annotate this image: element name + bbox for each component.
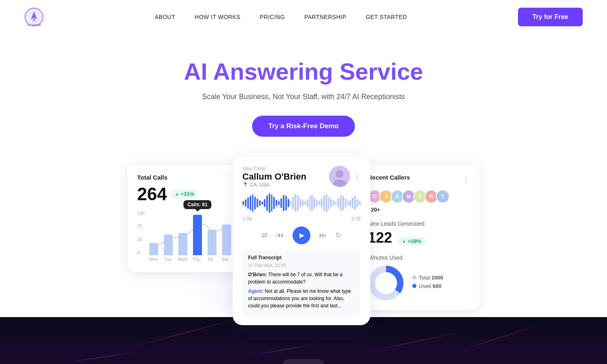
- wave-bar-3: [250, 196, 251, 210]
- wave-bar-23: [297, 195, 299, 211]
- wave-bar-38: [333, 200, 334, 206]
- repeat-button[interactable]: ↻: [335, 231, 342, 240]
- wave-bar-0: [242, 201, 244, 205]
- chart-tooltip: Calls: 81: [183, 200, 211, 209]
- benefits-wrap: Benefits: [282, 359, 325, 364]
- navbar: AI ANSWER ABOUT HOW IT WORKS PRICING PAR…: [0, 0, 607, 34]
- bar-tue[interactable]: [164, 235, 173, 255]
- wave-bar-35: [326, 194, 327, 212]
- minutes-label: Minutes Used: [368, 254, 470, 261]
- logo-icon: AI ANSWER: [24, 7, 44, 27]
- wave-bar-36: [328, 197, 330, 210]
- hero-title: AI Answering Service: [8, 58, 599, 85]
- legend-total: Total 1000: [412, 275, 443, 281]
- transcript-line-agent: Agent: Not at all. Please let me know wh…: [248, 288, 355, 309]
- total-calls-number: 264: [137, 184, 167, 204]
- caller-name: Callum O'Brien: [242, 171, 306, 182]
- recent-header: Recent Callers ⋮: [368, 174, 470, 184]
- wave-bar-31: [316, 200, 318, 206]
- hero-section: AI Answering Service Scale Your Business…: [0, 34, 607, 157]
- nav-links: ABOUT HOW IT WORKS PRICING PARTNERSHIP G…: [44, 14, 518, 20]
- wave-bar-25: [302, 200, 304, 206]
- wave-bar-44: [347, 201, 349, 205]
- share-button[interactable]: ⇄: [261, 231, 267, 240]
- wave-bar-49: [359, 201, 361, 205]
- wave-bar-4: [252, 194, 254, 212]
- try-for-free-button[interactable]: Try for Free: [518, 8, 583, 26]
- play-button[interactable]: [293, 226, 310, 244]
- wave-bar-5: [254, 197, 256, 210]
- donut-row: Total 1000 Used 600: [368, 265, 470, 301]
- prev-button[interactable]: ⏮: [276, 231, 284, 239]
- pin-icon: 📍: [242, 182, 248, 188]
- wave-bar-11: [269, 193, 270, 213]
- transcript-box: Full Transcript 12 Feb Wed, 22:00 O'Brie…: [242, 250, 361, 316]
- wave-bar-10: [266, 195, 268, 211]
- callers-count: 20+: [371, 207, 380, 213]
- leads-badge: +39%: [398, 237, 426, 245]
- bar-thu[interactable]: Calls: 81: [193, 215, 202, 255]
- wave-bar-39: [335, 201, 337, 205]
- wave-bar-2: [247, 197, 249, 209]
- wave-bar-30: [314, 197, 315, 209]
- wave-bar-34: [323, 195, 325, 211]
- wave-bar-48: [357, 199, 358, 207]
- waveform: [242, 193, 361, 213]
- donut-legend: Total 1000 Used 600: [412, 275, 443, 292]
- bar-mon[interactable]: [149, 243, 158, 255]
- wave-bar-22: [295, 194, 296, 212]
- nav-how-it-works[interactable]: HOW IT WORKS: [195, 14, 240, 20]
- hero-subtitle: Scale Your Business, Not Your Staff, wit…: [8, 93, 599, 101]
- total-calls-title: Total Calls: [137, 174, 243, 181]
- wave-bar-16: [280, 198, 282, 208]
- wave-bar-32: [318, 201, 320, 205]
- wave-bar-15: [278, 201, 280, 205]
- legend-total-dot: [412, 275, 416, 279]
- caller-card: New Caller Callum O'Brien 📍 CA, USA ⋮: [233, 157, 370, 325]
- logo: AI ANSWER: [24, 7, 44, 27]
- svg-point-5: [335, 170, 344, 178]
- bar-sat[interactable]: [222, 224, 231, 255]
- wave-bar-29: [311, 195, 313, 211]
- wave-bar-12: [271, 195, 273, 212]
- wave-bar-14: [276, 200, 277, 206]
- dashboard-cards: Total Calls ⋮ 264 +31% 0 25 75 100: [0, 157, 607, 325]
- transcript-date: 12 Feb Wed, 22:00: [248, 263, 355, 268]
- wave-bar-21: [292, 197, 294, 209]
- wave-bar-40: [337, 198, 339, 208]
- nav-get-started[interactable]: GET STARTED: [366, 14, 407, 20]
- donut-chart: [368, 265, 404, 301]
- wave-bar-20: [290, 201, 292, 205]
- time-start: 1:04: [242, 216, 252, 222]
- wave-bar-1: [245, 199, 246, 207]
- nav-right: Try for Free: [518, 8, 583, 26]
- bar-wed[interactable]: [178, 233, 187, 255]
- wave-bar-24: [299, 199, 301, 207]
- wave-bar-26: [304, 201, 306, 205]
- time-end: 3:29: [351, 216, 361, 222]
- mid-card-menu[interactable]: ⋮: [353, 172, 361, 181]
- right-card-menu[interactable]: ⋮: [463, 174, 470, 183]
- transcript-title: Full Transcript: [248, 255, 355, 260]
- x-axis-labels: MonTueWedThuFriSatSun: [137, 257, 243, 262]
- wave-bar-18: [285, 196, 287, 210]
- wave-bar-7: [259, 200, 261, 206]
- wave-bar-43: [345, 199, 346, 207]
- audio-controls: ⇄ ⏮ ⏭ ↻: [242, 226, 361, 244]
- minutes-section: Minutes Used Total 1000: [368, 254, 470, 301]
- wave-bar-8: [261, 201, 263, 205]
- wave-bar-27: [307, 199, 308, 207]
- wave-bar-47: [354, 196, 356, 210]
- nav-about[interactable]: ABOUT: [155, 14, 175, 20]
- total-calls-badge: +31%: [171, 190, 198, 198]
- chart-area: 0 25 75 100 Calls: 81 MonTueWedThuFriSa: [137, 211, 243, 263]
- next-button[interactable]: ⏭: [319, 231, 327, 239]
- nav-partnership[interactable]: PARTNERSHIP: [304, 14, 346, 20]
- leads-section: New Leads Generated 122 +39%: [368, 220, 470, 246]
- demo-button[interactable]: Try a Risk-Free Demo: [252, 116, 355, 137]
- wave-bar-9: [264, 199, 265, 207]
- nav-pricing[interactable]: PRICING: [260, 14, 285, 20]
- wave-bar-46: [352, 197, 353, 209]
- bar-fri[interactable]: [208, 230, 216, 255]
- benefits-button[interactable]: Benefits: [282, 359, 325, 364]
